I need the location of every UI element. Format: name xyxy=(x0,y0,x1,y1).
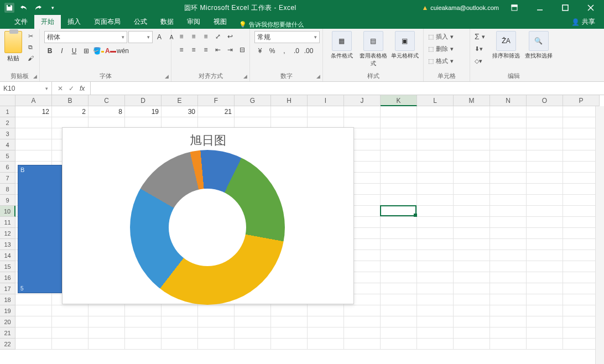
column-header[interactable]: L xyxy=(417,95,454,106)
cell[interactable] xyxy=(381,228,417,239)
cell[interactable] xyxy=(527,305,563,316)
column-header[interactable]: G xyxy=(235,95,271,106)
cell[interactable] xyxy=(417,239,454,250)
cell[interactable] xyxy=(52,316,88,327)
orientation-icon[interactable]: ⤢ xyxy=(212,31,223,42)
format-painter-icon[interactable]: 🖌 xyxy=(25,53,35,63)
cell[interactable] xyxy=(454,261,490,272)
cell[interactable] xyxy=(563,162,600,173)
name-box[interactable]: K10▾ xyxy=(0,82,52,95)
qat-customize-icon[interactable]: ▾ xyxy=(48,3,58,13)
cell[interactable] xyxy=(381,261,417,272)
decrease-indent-icon[interactable]: ⇤ xyxy=(212,44,223,55)
cell[interactable] xyxy=(490,228,527,239)
cell[interactable]: 30 xyxy=(162,106,198,117)
column-header[interactable]: P xyxy=(563,95,600,106)
tab-home[interactable]: 开始 xyxy=(34,15,61,29)
cell[interactable] xyxy=(454,217,490,228)
cell[interactable] xyxy=(15,294,52,305)
cell[interactable] xyxy=(563,294,600,305)
row-header[interactable]: 8 xyxy=(0,184,15,195)
column-header[interactable]: H xyxy=(271,95,308,106)
cell[interactable] xyxy=(563,316,600,327)
font-size-combo[interactable]: ▾ xyxy=(128,31,153,43)
cell[interactable] xyxy=(490,106,527,117)
spreadsheet-grid[interactable]: ABCDEFGHIJKLMNOP 12345678910111213141516… xyxy=(0,95,604,364)
dialog-launcher-icon[interactable]: ◢ xyxy=(165,74,169,79)
cell[interactable] xyxy=(162,117,198,128)
cell[interactable] xyxy=(417,184,454,195)
column-header[interactable]: D xyxy=(125,95,162,106)
font-name-combo[interactable]: 楷体▾ xyxy=(44,31,127,43)
cell[interactable] xyxy=(490,162,527,173)
cell[interactable] xyxy=(381,272,417,283)
fx-icon[interactable]: fx xyxy=(80,85,85,92)
cell[interactable] xyxy=(271,316,308,327)
cell[interactable] xyxy=(235,327,271,339)
cell[interactable] xyxy=(527,206,563,217)
cell[interactable] xyxy=(381,150,417,162)
column-header[interactable]: A xyxy=(15,95,52,106)
row-header[interactable]: 9 xyxy=(0,195,15,206)
cell[interactable] xyxy=(162,305,198,316)
vertical-scrollbar[interactable] xyxy=(595,106,604,364)
find-select-button[interactable]: 🔍查找和选择 xyxy=(524,31,553,60)
cell[interactable] xyxy=(15,128,52,139)
align-center-icon[interactable]: ≡ xyxy=(188,44,199,55)
align-middle-icon[interactable]: ≡ xyxy=(188,31,199,42)
merge-center-icon[interactable]: ⊟ xyxy=(237,44,248,55)
cell[interactable] xyxy=(454,305,490,316)
cell[interactable] xyxy=(527,261,563,272)
cell[interactable] xyxy=(162,339,198,350)
cell[interactable]: 2 xyxy=(52,106,88,117)
cell[interactable] xyxy=(417,117,454,128)
cell[interactable] xyxy=(88,339,125,350)
align-top-icon[interactable]: ≡ xyxy=(176,31,187,42)
column-header[interactable]: M xyxy=(454,95,490,106)
cell[interactable] xyxy=(454,184,490,195)
autosum-icon[interactable]: Σ▾ xyxy=(475,31,488,42)
underline-button[interactable]: U xyxy=(69,45,80,56)
cell[interactable] xyxy=(15,327,52,339)
currency-icon[interactable]: ¥ xyxy=(254,45,265,56)
cell[interactable] xyxy=(162,316,198,327)
cell[interactable] xyxy=(15,339,52,350)
row-header[interactable]: 5 xyxy=(0,150,15,162)
cell[interactable] xyxy=(381,327,417,339)
cell[interactable] xyxy=(381,339,417,350)
cell[interactable] xyxy=(527,139,563,150)
cell[interactable] xyxy=(490,195,527,206)
cell[interactable] xyxy=(125,327,162,339)
cell[interactable] xyxy=(344,106,381,117)
row-header[interactable]: 17 xyxy=(0,283,15,294)
cell[interactable] xyxy=(417,305,454,316)
column-header[interactable]: B xyxy=(52,95,88,106)
cell[interactable] xyxy=(381,283,417,294)
percent-icon[interactable]: % xyxy=(267,45,278,56)
row-header[interactable]: 21 xyxy=(0,327,15,339)
save-icon[interactable] xyxy=(4,3,14,13)
cell[interactable] xyxy=(271,305,308,316)
cell[interactable] xyxy=(454,294,490,305)
format-cells-button[interactable]: ⬚ 格式 ▾ xyxy=(428,55,454,66)
row-header[interactable]: 18 xyxy=(0,294,15,305)
cell[interactable] xyxy=(490,150,527,162)
tab-pagelayout[interactable]: 页面布局 xyxy=(87,15,127,29)
cell[interactable] xyxy=(344,117,381,128)
cell[interactable] xyxy=(88,316,125,327)
cell[interactable] xyxy=(527,272,563,283)
column-header[interactable]: I xyxy=(308,95,344,106)
cell[interactable] xyxy=(563,128,600,139)
dialog-launcher-icon[interactable]: ◢ xyxy=(243,74,247,79)
cancel-formula-icon[interactable]: ✕ xyxy=(58,85,63,92)
cell[interactable] xyxy=(381,117,417,128)
phonetic-button[interactable]: wén xyxy=(117,45,128,56)
cell[interactable] xyxy=(490,206,527,217)
cell[interactable] xyxy=(490,139,527,150)
cell[interactable] xyxy=(563,150,600,162)
conditional-formatting-button[interactable]: ▦条件格式 xyxy=(327,31,356,60)
cell[interactable] xyxy=(490,294,527,305)
cell[interactable] xyxy=(235,106,271,117)
cell[interactable] xyxy=(417,139,454,150)
format-as-table-button[interactable]: ▤套用表格格式 xyxy=(359,31,387,67)
